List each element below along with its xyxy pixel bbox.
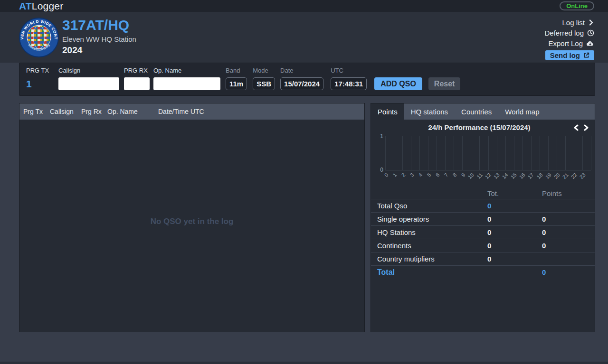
stats-row-tot: 0	[487, 202, 542, 210]
x-axis-tick: 1	[392, 172, 398, 178]
stats-row-tot: 0	[487, 242, 542, 250]
qso-entry-form: PRG TX 1 Callsign PRG RX Op. Name Band 1…	[19, 63, 595, 96]
chart-gridline	[454, 136, 454, 170]
prg-tx-label: PRG TX	[26, 67, 52, 74]
stats-row-tot: 0	[487, 215, 542, 223]
chart-gridline	[531, 136, 532, 170]
chart-gridline	[591, 136, 591, 170]
chart-gridline	[479, 136, 480, 170]
add-qso-button[interactable]: ADD QSO	[374, 77, 422, 90]
stats-panel: Points HQ stations Countries World map 2…	[370, 103, 595, 332]
station-title-block: 317AT/HQ Eleven WW HQ Station 2024	[62, 18, 136, 56]
chart-gridline	[514, 136, 514, 170]
station-subtitle: Eleven WW HQ Station	[62, 35, 136, 43]
tab-world-map[interactable]: World map	[498, 103, 546, 120]
chevron-right-icon	[588, 19, 594, 26]
stats-row-label: Continents	[377, 242, 487, 250]
chart-gridline	[471, 136, 471, 170]
send-log-label: Send log	[550, 51, 580, 59]
chart-gridline	[419, 136, 420, 170]
y-axis-tick-max: 1	[378, 133, 383, 140]
band-value[interactable]: 11m	[226, 77, 247, 90]
chart-next-button[interactable]	[583, 124, 589, 131]
x-axis-tick: 23	[578, 172, 586, 180]
chart-gridline	[582, 136, 583, 170]
chart-gridline	[411, 136, 411, 170]
clock-icon	[587, 29, 594, 37]
tab-countries[interactable]: Countries	[455, 103, 498, 120]
x-axis-tick: 11	[475, 172, 484, 180]
x-axis-tick: 15	[510, 172, 518, 180]
chart-gridline	[462, 136, 463, 170]
stats-row-total-qso: Total Qso 0	[371, 199, 595, 212]
chart-gridline	[428, 136, 428, 170]
chart-gridline	[402, 136, 403, 170]
app-logo: ATLogger	[19, 1, 63, 11]
x-axis-tick: 5	[426, 172, 432, 178]
chart-plot: 1 0	[385, 136, 591, 170]
chart-x-labels: 01234567891011121314151617181920212223	[385, 170, 591, 183]
chart-gridline	[548, 136, 549, 170]
stats-row-continents: Continents 0 0	[371, 239, 595, 252]
date-value[interactable]: 15/07/2024	[280, 77, 323, 90]
op-name-input[interactable]	[153, 77, 220, 90]
x-axis-tick: 22	[570, 172, 578, 180]
x-axis-tick: 18	[535, 172, 543, 180]
chart-prev-button[interactable]	[573, 124, 579, 131]
stats-row-tot: 0	[487, 255, 542, 263]
stats-row-label: Single operators	[377, 215, 487, 223]
app-logo-secondary: Logger	[32, 0, 64, 11]
prg-rx-input[interactable]	[124, 77, 150, 90]
chart-gridline	[505, 136, 506, 170]
footer-bar	[0, 362, 608, 364]
mode-value[interactable]: SSB	[253, 77, 275, 90]
x-axis-tick: 14	[501, 172, 509, 180]
x-axis-tick: 3	[409, 172, 415, 178]
column-prg-rx: Prg Rx	[81, 108, 107, 115]
x-axis-tick: 2	[400, 172, 407, 178]
callsign-input[interactable]	[58, 77, 119, 90]
station-callsign: 317AT/HQ	[62, 18, 136, 33]
stats-row-label: HQ Stations	[377, 228, 487, 236]
cloud-download-icon	[586, 40, 594, 47]
stats-row-single-operators: Single operators 0 0	[371, 212, 595, 225]
send-log-button[interactable]: Send log	[545, 50, 594, 60]
export-log-label: Export Log	[548, 39, 583, 47]
performance-chart: 1 0 012345678910111213141516171819202122…	[385, 136, 591, 183]
top-bar: ATLogger OnLine	[0, 0, 608, 12]
date-label: Date	[280, 67, 323, 74]
chart-title: 24/h Performance (15/07/2024)	[385, 123, 573, 131]
stats-row-points: 0	[542, 215, 595, 223]
deferred-log-label: Deferred log	[544, 29, 584, 37]
log-list-link[interactable]: Log list	[544, 17, 594, 28]
reset-button[interactable]: Reset	[428, 77, 461, 90]
contest-year: 2024	[62, 45, 136, 56]
chevron-right-icon	[583, 124, 589, 131]
prg-rx-label: PRG RX	[124, 67, 150, 74]
stats-row-label: Total Qso	[377, 202, 487, 210]
x-axis-tick: 7	[443, 172, 449, 178]
stats-row-country-multipliers: Country mutipliers 0	[371, 252, 595, 265]
export-log-link[interactable]: Export Log	[544, 38, 594, 48]
chart-gridline	[445, 136, 446, 170]
chart-gridline	[497, 136, 497, 170]
points-table: Tot. Points Total Qso 0 Single operators…	[371, 187, 595, 279]
chart-gridline	[385, 136, 386, 170]
stats-total-points: 0	[542, 268, 595, 276]
x-axis-tick: 19	[544, 172, 552, 180]
x-axis-tick: 8	[452, 172, 458, 178]
x-axis-tick: 4	[418, 172, 424, 178]
column-prg-tx: Prg Tx	[23, 108, 50, 115]
chart-gridline	[565, 136, 566, 170]
utc-label: UTC	[331, 67, 367, 74]
deferred-log-link[interactable]: Deferred log	[544, 28, 594, 38]
external-link-icon	[583, 52, 589, 58]
tab-points[interactable]: Points	[371, 103, 404, 120]
stats-row-total: Total 0	[371, 265, 595, 279]
chevron-left-icon	[573, 124, 579, 131]
band-label: Band	[226, 67, 247, 74]
tab-hq-stations[interactable]: HQ stations	[404, 103, 455, 120]
chart-gridline	[574, 136, 574, 170]
column-datetime: Date/Time UTC	[158, 108, 204, 115]
chart-gridline	[557, 136, 557, 170]
